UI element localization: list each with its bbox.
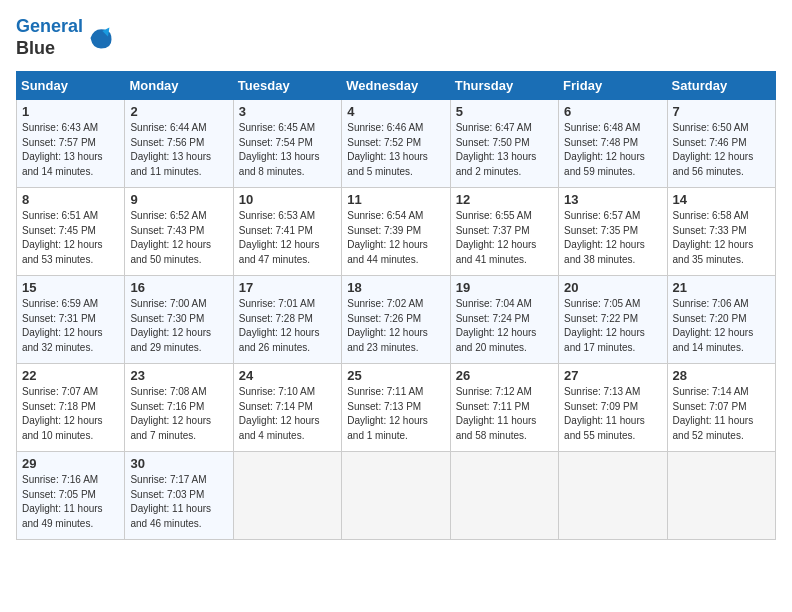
calendar-cell: 9 Sunrise: 6:52 AMSunset: 7:43 PMDayligh…: [125, 188, 233, 276]
calendar-cell: 11 Sunrise: 6:54 AMSunset: 7:39 PMDaylig…: [342, 188, 450, 276]
day-number: 29: [22, 456, 119, 471]
calendar-cell: 23 Sunrise: 7:08 AMSunset: 7:16 PMDaylig…: [125, 364, 233, 452]
day-info: Sunrise: 6:58 AMSunset: 7:33 PMDaylight:…: [673, 209, 770, 267]
day-number: 19: [456, 280, 553, 295]
day-info: Sunrise: 6:50 AMSunset: 7:46 PMDaylight:…: [673, 121, 770, 179]
day-info: Sunrise: 6:43 AMSunset: 7:57 PMDaylight:…: [22, 121, 119, 179]
calendar-cell: 30 Sunrise: 7:17 AMSunset: 7:03 PMDaylig…: [125, 452, 233, 540]
day-info: Sunrise: 6:54 AMSunset: 7:39 PMDaylight:…: [347, 209, 444, 267]
header-tuesday: Tuesday: [233, 72, 341, 100]
calendar-cell: 7 Sunrise: 6:50 AMSunset: 7:46 PMDayligh…: [667, 100, 775, 188]
week-row-3: 15 Sunrise: 6:59 AMSunset: 7:31 PMDaylig…: [17, 276, 776, 364]
calendar-cell: 20 Sunrise: 7:05 AMSunset: 7:22 PMDaylig…: [559, 276, 667, 364]
calendar-header: SundayMondayTuesdayWednesdayThursdayFrid…: [17, 72, 776, 100]
calendar-cell: 12 Sunrise: 6:55 AMSunset: 7:37 PMDaylig…: [450, 188, 558, 276]
day-info: Sunrise: 7:02 AMSunset: 7:26 PMDaylight:…: [347, 297, 444, 355]
logo: General Blue: [16, 16, 115, 59]
day-number: 23: [130, 368, 227, 383]
calendar-cell: 15 Sunrise: 6:59 AMSunset: 7:31 PMDaylig…: [17, 276, 125, 364]
calendar-cell: 26 Sunrise: 7:12 AMSunset: 7:11 PMDaylig…: [450, 364, 558, 452]
day-number: 8: [22, 192, 119, 207]
calendar-cell: 14 Sunrise: 6:58 AMSunset: 7:33 PMDaylig…: [667, 188, 775, 276]
calendar-cell: 8 Sunrise: 6:51 AMSunset: 7:45 PMDayligh…: [17, 188, 125, 276]
calendar-cell: 25 Sunrise: 7:11 AMSunset: 7:13 PMDaylig…: [342, 364, 450, 452]
calendar-cell: 24 Sunrise: 7:10 AMSunset: 7:14 PMDaylig…: [233, 364, 341, 452]
day-info: Sunrise: 7:07 AMSunset: 7:18 PMDaylight:…: [22, 385, 119, 443]
week-row-4: 22 Sunrise: 7:07 AMSunset: 7:18 PMDaylig…: [17, 364, 776, 452]
header-thursday: Thursday: [450, 72, 558, 100]
header-sunday: Sunday: [17, 72, 125, 100]
day-number: 25: [347, 368, 444, 383]
day-info: Sunrise: 7:10 AMSunset: 7:14 PMDaylight:…: [239, 385, 336, 443]
day-info: Sunrise: 7:12 AMSunset: 7:11 PMDaylight:…: [456, 385, 553, 443]
logo-icon: [87, 24, 115, 52]
calendar-cell: 1 Sunrise: 6:43 AMSunset: 7:57 PMDayligh…: [17, 100, 125, 188]
day-number: 30: [130, 456, 227, 471]
week-row-2: 8 Sunrise: 6:51 AMSunset: 7:45 PMDayligh…: [17, 188, 776, 276]
day-number: 4: [347, 104, 444, 119]
day-number: 3: [239, 104, 336, 119]
calendar-cell: 5 Sunrise: 6:47 AMSunset: 7:50 PMDayligh…: [450, 100, 558, 188]
calendar-cell: 4 Sunrise: 6:46 AMSunset: 7:52 PMDayligh…: [342, 100, 450, 188]
calendar-cell: 29 Sunrise: 7:16 AMSunset: 7:05 PMDaylig…: [17, 452, 125, 540]
day-info: Sunrise: 7:11 AMSunset: 7:13 PMDaylight:…: [347, 385, 444, 443]
calendar-cell: 6 Sunrise: 6:48 AMSunset: 7:48 PMDayligh…: [559, 100, 667, 188]
header-monday: Monday: [125, 72, 233, 100]
day-info: Sunrise: 7:04 AMSunset: 7:24 PMDaylight:…: [456, 297, 553, 355]
day-info: Sunrise: 6:57 AMSunset: 7:35 PMDaylight:…: [564, 209, 661, 267]
day-number: 13: [564, 192, 661, 207]
day-number: 12: [456, 192, 553, 207]
day-number: 14: [673, 192, 770, 207]
day-info: Sunrise: 6:46 AMSunset: 7:52 PMDaylight:…: [347, 121, 444, 179]
calendar-cell: [667, 452, 775, 540]
calendar-cell: [450, 452, 558, 540]
day-info: Sunrise: 7:16 AMSunset: 7:05 PMDaylight:…: [22, 473, 119, 531]
day-number: 9: [130, 192, 227, 207]
calendar-cell: 18 Sunrise: 7:02 AMSunset: 7:26 PMDaylig…: [342, 276, 450, 364]
day-info: Sunrise: 7:08 AMSunset: 7:16 PMDaylight:…: [130, 385, 227, 443]
week-row-1: 1 Sunrise: 6:43 AMSunset: 7:57 PMDayligh…: [17, 100, 776, 188]
calendar-cell: 16 Sunrise: 7:00 AMSunset: 7:30 PMDaylig…: [125, 276, 233, 364]
day-number: 11: [347, 192, 444, 207]
day-info: Sunrise: 6:47 AMSunset: 7:50 PMDaylight:…: [456, 121, 553, 179]
day-info: Sunrise: 6:48 AMSunset: 7:48 PMDaylight:…: [564, 121, 661, 179]
day-number: 21: [673, 280, 770, 295]
page-header: General Blue: [16, 16, 776, 59]
header-wednesday: Wednesday: [342, 72, 450, 100]
day-info: Sunrise: 7:06 AMSunset: 7:20 PMDaylight:…: [673, 297, 770, 355]
calendar-cell: [559, 452, 667, 540]
day-number: 17: [239, 280, 336, 295]
calendar-cell: 17 Sunrise: 7:01 AMSunset: 7:28 PMDaylig…: [233, 276, 341, 364]
calendar-cell: 2 Sunrise: 6:44 AMSunset: 7:56 PMDayligh…: [125, 100, 233, 188]
calendar-table: SundayMondayTuesdayWednesdayThursdayFrid…: [16, 71, 776, 540]
calendar-cell: 10 Sunrise: 6:53 AMSunset: 7:41 PMDaylig…: [233, 188, 341, 276]
calendar-cell: [233, 452, 341, 540]
day-number: 24: [239, 368, 336, 383]
day-info: Sunrise: 6:55 AMSunset: 7:37 PMDaylight:…: [456, 209, 553, 267]
day-number: 16: [130, 280, 227, 295]
day-info: Sunrise: 7:01 AMSunset: 7:28 PMDaylight:…: [239, 297, 336, 355]
day-info: Sunrise: 7:00 AMSunset: 7:30 PMDaylight:…: [130, 297, 227, 355]
calendar-cell: 28 Sunrise: 7:14 AMSunset: 7:07 PMDaylig…: [667, 364, 775, 452]
week-row-5: 29 Sunrise: 7:16 AMSunset: 7:05 PMDaylig…: [17, 452, 776, 540]
header-friday: Friday: [559, 72, 667, 100]
day-number: 28: [673, 368, 770, 383]
day-info: Sunrise: 6:51 AMSunset: 7:45 PMDaylight:…: [22, 209, 119, 267]
day-info: Sunrise: 7:05 AMSunset: 7:22 PMDaylight:…: [564, 297, 661, 355]
day-info: Sunrise: 6:52 AMSunset: 7:43 PMDaylight:…: [130, 209, 227, 267]
day-number: 2: [130, 104, 227, 119]
day-number: 22: [22, 368, 119, 383]
day-number: 26: [456, 368, 553, 383]
day-info: Sunrise: 6:59 AMSunset: 7:31 PMDaylight:…: [22, 297, 119, 355]
calendar-cell: 3 Sunrise: 6:45 AMSunset: 7:54 PMDayligh…: [233, 100, 341, 188]
calendar-cell: 22 Sunrise: 7:07 AMSunset: 7:18 PMDaylig…: [17, 364, 125, 452]
day-number: 7: [673, 104, 770, 119]
day-number: 6: [564, 104, 661, 119]
day-info: Sunrise: 6:45 AMSunset: 7:54 PMDaylight:…: [239, 121, 336, 179]
day-number: 27: [564, 368, 661, 383]
day-number: 20: [564, 280, 661, 295]
day-number: 10: [239, 192, 336, 207]
calendar-cell: 27 Sunrise: 7:13 AMSunset: 7:09 PMDaylig…: [559, 364, 667, 452]
day-info: Sunrise: 7:13 AMSunset: 7:09 PMDaylight:…: [564, 385, 661, 443]
day-info: Sunrise: 6:53 AMSunset: 7:41 PMDaylight:…: [239, 209, 336, 267]
